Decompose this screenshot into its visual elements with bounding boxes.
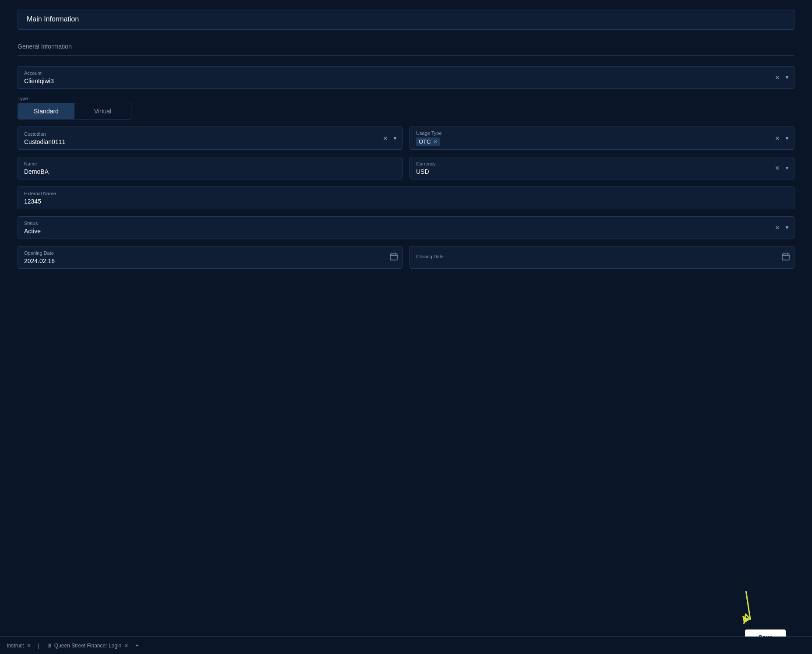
- taskbar-instruct-label: instruct: [7, 643, 24, 649]
- opening-date-calendar-icon[interactable]: [390, 253, 398, 262]
- currency-dropdown-icon[interactable]: ▼: [784, 165, 790, 171]
- usage-type-field-wrapper[interactable]: Usage Type OTC ✕ ✕ ▼: [410, 127, 794, 150]
- status-dropdown-icon[interactable]: ▼: [784, 225, 790, 231]
- type-virtual-button[interactable]: Virtual: [74, 103, 131, 119]
- opening-date-value: 2024.02.16: [24, 257, 396, 264]
- account-clear-button[interactable]: ✕: [774, 73, 781, 82]
- currency-value: USD: [416, 168, 788, 175]
- type-group: Type Standard Virtual: [18, 96, 794, 120]
- general-info-section: General Information Account Clientqiwi3 …: [18, 43, 794, 269]
- taskbar-login-label: Queen Street Finance: Login: [54, 643, 121, 649]
- taskbar: instruct ✕ | 🖥 Queen Street Finance: Log…: [0, 636, 812, 654]
- status-controls: ✕ ▼: [774, 223, 790, 232]
- taskbar-instruct-close[interactable]: ✕: [27, 643, 31, 649]
- usage-type-controls: ✕ ▼: [774, 134, 790, 143]
- currency-clear-button[interactable]: ✕: [774, 164, 781, 172]
- currency-controls: ✕ ▼: [774, 164, 790, 172]
- account-value: Clientqiwi3: [24, 77, 788, 84]
- status-group: Status Active ✕ ▼: [18, 216, 794, 239]
- usage-type-tag-close[interactable]: ✕: [433, 139, 438, 145]
- closing-date-controls: [782, 253, 790, 262]
- taskbar-login-close[interactable]: ✕: [124, 643, 128, 649]
- custodian-value: Custodian0111: [24, 138, 396, 145]
- usage-type-tag-value: OTC: [419, 138, 431, 145]
- external-name-field-wrapper[interactable]: External Name 12345: [18, 186, 794, 209]
- opening-date-controls: [390, 253, 398, 262]
- page-container: Main Information General Information Acc…: [0, 9, 812, 654]
- usage-type-dropdown-icon[interactable]: ▼: [784, 135, 790, 141]
- svg-rect-0: [390, 254, 397, 260]
- opening-date-field-wrapper[interactable]: Opening Date 2024.02.16: [18, 246, 402, 269]
- name-label: Name: [24, 161, 396, 166]
- status-clear-button[interactable]: ✕: [774, 223, 781, 232]
- status-label: Status: [24, 221, 788, 226]
- arrow-indicator: [725, 586, 767, 632]
- usage-type-tag: OTC ✕: [416, 137, 440, 146]
- closing-date-label: Closing Date: [416, 254, 788, 259]
- custodian-usage-row: Custodian Custodian0111 ✕ ▼ Usage Type O…: [18, 127, 794, 150]
- custodian-field-wrapper[interactable]: Custodian Custodian0111 ✕ ▼: [18, 127, 402, 150]
- section-divider: [18, 55, 794, 56]
- taskbar-plus[interactable]: +: [135, 643, 138, 649]
- external-name-value: 12345: [24, 198, 788, 205]
- custodian-clear-button[interactable]: ✕: [382, 134, 389, 143]
- main-info-title: Main Information: [27, 15, 79, 23]
- main-info-header: Main Information: [18, 9, 794, 30]
- status-field-wrapper[interactable]: Status Active ✕ ▼: [18, 216, 794, 239]
- account-controls: ✕ ▼: [774, 73, 790, 82]
- currency-label: Currency: [416, 161, 788, 166]
- taskbar-item-login[interactable]: 🖥 Queen Street Finance: Login ✕: [46, 643, 128, 649]
- custodian-dropdown-icon[interactable]: ▼: [392, 135, 398, 141]
- type-standard-button[interactable]: Standard: [18, 103, 74, 119]
- name-field-wrapper[interactable]: Name DemoBA: [18, 157, 402, 179]
- custodian-label: Custodian: [24, 131, 396, 137]
- opening-date-label: Opening Date: [24, 250, 396, 256]
- account-group: Account Clientqiwi3 ✕ ▼: [18, 66, 794, 89]
- dates-row: Opening Date 2024.02.16 Closing Date: [18, 246, 794, 269]
- account-label: Account: [24, 70, 788, 76]
- taskbar-separator: |: [38, 643, 39, 649]
- name-currency-row: Name DemoBA Currency USD ✕ ▼: [18, 157, 794, 179]
- usage-type-clear-button[interactable]: ✕: [774, 134, 781, 143]
- closing-date-field-wrapper[interactable]: Closing Date: [410, 246, 794, 269]
- type-toggle: Standard Virtual: [18, 103, 131, 120]
- account-field-wrapper[interactable]: Account Clientqiwi3 ✕ ▼: [18, 66, 794, 89]
- external-name-label: External Name: [24, 191, 788, 196]
- custodian-controls: ✕ ▼: [382, 134, 398, 143]
- type-label: Type: [18, 96, 794, 101]
- name-value: DemoBA: [24, 168, 396, 175]
- account-dropdown-icon[interactable]: ▼: [784, 74, 790, 81]
- taskbar-login-icon: 🖥: [46, 643, 52, 649]
- closing-date-calendar-icon[interactable]: [782, 253, 790, 262]
- external-name-group: External Name 12345: [18, 186, 794, 209]
- currency-field-wrapper[interactable]: Currency USD ✕ ▼: [410, 157, 794, 179]
- taskbar-item-instruct[interactable]: instruct ✕: [7, 643, 31, 649]
- usage-type-label: Usage Type: [416, 130, 788, 136]
- status-value: Active: [24, 228, 788, 235]
- svg-rect-1: [782, 254, 789, 260]
- section-label: General Information: [18, 43, 794, 50]
